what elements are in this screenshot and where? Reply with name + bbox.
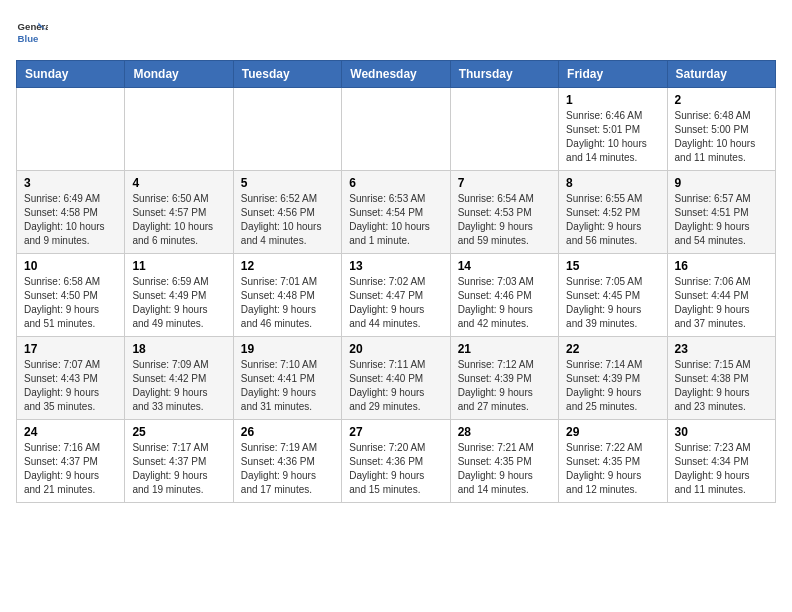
calendar-cell: 27Sunrise: 7:20 AM Sunset: 4:36 PM Dayli… [342,420,450,503]
day-info: Sunrise: 6:58 AM Sunset: 4:50 PM Dayligh… [24,275,117,331]
day-info: Sunrise: 7:21 AM Sunset: 4:35 PM Dayligh… [458,441,551,497]
calendar-week-row: 24Sunrise: 7:16 AM Sunset: 4:37 PM Dayli… [17,420,776,503]
day-number: 7 [458,176,551,190]
calendar-cell [125,88,233,171]
day-number: 30 [675,425,768,439]
day-number: 20 [349,342,442,356]
day-number: 18 [132,342,225,356]
day-number: 24 [24,425,117,439]
calendar-table: SundayMondayTuesdayWednesdayThursdayFrid… [16,60,776,503]
calendar-cell: 22Sunrise: 7:14 AM Sunset: 4:39 PM Dayli… [559,337,667,420]
day-info: Sunrise: 7:17 AM Sunset: 4:37 PM Dayligh… [132,441,225,497]
day-number: 19 [241,342,334,356]
calendar-cell: 1Sunrise: 6:46 AM Sunset: 5:01 PM Daylig… [559,88,667,171]
day-info: Sunrise: 6:53 AM Sunset: 4:54 PM Dayligh… [349,192,442,248]
calendar-cell: 19Sunrise: 7:10 AM Sunset: 4:41 PM Dayli… [233,337,341,420]
calendar-cell: 5Sunrise: 6:52 AM Sunset: 4:56 PM Daylig… [233,171,341,254]
calendar-week-row: 10Sunrise: 6:58 AM Sunset: 4:50 PM Dayli… [17,254,776,337]
day-number: 22 [566,342,659,356]
day-info: Sunrise: 7:14 AM Sunset: 4:39 PM Dayligh… [566,358,659,414]
day-info: Sunrise: 6:54 AM Sunset: 4:53 PM Dayligh… [458,192,551,248]
calendar-cell: 24Sunrise: 7:16 AM Sunset: 4:37 PM Dayli… [17,420,125,503]
day-info: Sunrise: 7:05 AM Sunset: 4:45 PM Dayligh… [566,275,659,331]
day-info: Sunrise: 7:11 AM Sunset: 4:40 PM Dayligh… [349,358,442,414]
calendar-cell [450,88,558,171]
calendar-cell: 15Sunrise: 7:05 AM Sunset: 4:45 PM Dayli… [559,254,667,337]
calendar-cell: 23Sunrise: 7:15 AM Sunset: 4:38 PM Dayli… [667,337,775,420]
day-of-week-header: Saturday [667,61,775,88]
day-of-week-header: Friday [559,61,667,88]
day-info: Sunrise: 6:52 AM Sunset: 4:56 PM Dayligh… [241,192,334,248]
calendar-cell: 26Sunrise: 7:19 AM Sunset: 4:36 PM Dayli… [233,420,341,503]
day-number: 5 [241,176,334,190]
day-number: 23 [675,342,768,356]
calendar-cell: 9Sunrise: 6:57 AM Sunset: 4:51 PM Daylig… [667,171,775,254]
calendar-cell: 30Sunrise: 7:23 AM Sunset: 4:34 PM Dayli… [667,420,775,503]
calendar-cell [233,88,341,171]
day-info: Sunrise: 7:23 AM Sunset: 4:34 PM Dayligh… [675,441,768,497]
days-header-row: SundayMondayTuesdayWednesdayThursdayFrid… [17,61,776,88]
day-number: 10 [24,259,117,273]
calendar-cell: 28Sunrise: 7:21 AM Sunset: 4:35 PM Dayli… [450,420,558,503]
day-info: Sunrise: 7:10 AM Sunset: 4:41 PM Dayligh… [241,358,334,414]
day-number: 15 [566,259,659,273]
calendar-cell: 14Sunrise: 7:03 AM Sunset: 4:46 PM Dayli… [450,254,558,337]
day-info: Sunrise: 6:57 AM Sunset: 4:51 PM Dayligh… [675,192,768,248]
day-of-week-header: Thursday [450,61,558,88]
day-of-week-header: Sunday [17,61,125,88]
day-info: Sunrise: 7:02 AM Sunset: 4:47 PM Dayligh… [349,275,442,331]
day-info: Sunrise: 7:01 AM Sunset: 4:48 PM Dayligh… [241,275,334,331]
day-info: Sunrise: 6:59 AM Sunset: 4:49 PM Dayligh… [132,275,225,331]
day-info: Sunrise: 6:46 AM Sunset: 5:01 PM Dayligh… [566,109,659,165]
calendar-cell [17,88,125,171]
calendar-cell: 8Sunrise: 6:55 AM Sunset: 4:52 PM Daylig… [559,171,667,254]
header: General Blue [16,16,776,48]
day-info: Sunrise: 7:16 AM Sunset: 4:37 PM Dayligh… [24,441,117,497]
calendar-cell: 16Sunrise: 7:06 AM Sunset: 4:44 PM Dayli… [667,254,775,337]
calendar-cell: 4Sunrise: 6:50 AM Sunset: 4:57 PM Daylig… [125,171,233,254]
calendar-week-row: 17Sunrise: 7:07 AM Sunset: 4:43 PM Dayli… [17,337,776,420]
day-info: Sunrise: 7:22 AM Sunset: 4:35 PM Dayligh… [566,441,659,497]
day-info: Sunrise: 7:15 AM Sunset: 4:38 PM Dayligh… [675,358,768,414]
svg-text:General: General [18,21,48,32]
calendar-cell: 12Sunrise: 7:01 AM Sunset: 4:48 PM Dayli… [233,254,341,337]
day-info: Sunrise: 6:49 AM Sunset: 4:58 PM Dayligh… [24,192,117,248]
day-info: Sunrise: 6:48 AM Sunset: 5:00 PM Dayligh… [675,109,768,165]
day-info: Sunrise: 6:50 AM Sunset: 4:57 PM Dayligh… [132,192,225,248]
day-number: 14 [458,259,551,273]
day-number: 25 [132,425,225,439]
logo-icon: General Blue [16,16,48,48]
day-number: 6 [349,176,442,190]
day-number: 17 [24,342,117,356]
day-number: 26 [241,425,334,439]
calendar-cell: 18Sunrise: 7:09 AM Sunset: 4:42 PM Dayli… [125,337,233,420]
day-number: 12 [241,259,334,273]
day-info: Sunrise: 7:19 AM Sunset: 4:36 PM Dayligh… [241,441,334,497]
day-number: 28 [458,425,551,439]
calendar-cell: 21Sunrise: 7:12 AM Sunset: 4:39 PM Dayli… [450,337,558,420]
day-info: Sunrise: 7:06 AM Sunset: 4:44 PM Dayligh… [675,275,768,331]
day-number: 29 [566,425,659,439]
logo: General Blue [16,16,48,48]
calendar-cell: 29Sunrise: 7:22 AM Sunset: 4:35 PM Dayli… [559,420,667,503]
calendar-cell: 13Sunrise: 7:02 AM Sunset: 4:47 PM Dayli… [342,254,450,337]
day-info: Sunrise: 6:55 AM Sunset: 4:52 PM Dayligh… [566,192,659,248]
day-number: 2 [675,93,768,107]
day-of-week-header: Monday [125,61,233,88]
day-number: 21 [458,342,551,356]
day-info: Sunrise: 7:09 AM Sunset: 4:42 PM Dayligh… [132,358,225,414]
day-of-week-header: Wednesday [342,61,450,88]
day-number: 9 [675,176,768,190]
day-number: 11 [132,259,225,273]
calendar-cell: 3Sunrise: 6:49 AM Sunset: 4:58 PM Daylig… [17,171,125,254]
calendar-cell: 25Sunrise: 7:17 AM Sunset: 4:37 PM Dayli… [125,420,233,503]
calendar-week-row: 3Sunrise: 6:49 AM Sunset: 4:58 PM Daylig… [17,171,776,254]
day-number: 1 [566,93,659,107]
calendar-cell: 10Sunrise: 6:58 AM Sunset: 4:50 PM Dayli… [17,254,125,337]
day-number: 8 [566,176,659,190]
calendar-cell: 11Sunrise: 6:59 AM Sunset: 4:49 PM Dayli… [125,254,233,337]
day-info: Sunrise: 7:03 AM Sunset: 4:46 PM Dayligh… [458,275,551,331]
day-of-week-header: Tuesday [233,61,341,88]
day-info: Sunrise: 7:20 AM Sunset: 4:36 PM Dayligh… [349,441,442,497]
calendar-week-row: 1Sunrise: 6:46 AM Sunset: 5:01 PM Daylig… [17,88,776,171]
